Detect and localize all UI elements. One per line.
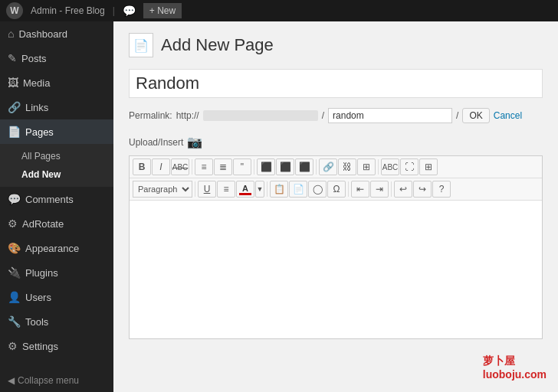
link-button[interactable]: 🔗 [319, 158, 337, 175]
special-char-button[interactable]: Ω [327, 181, 346, 198]
sidebar-item-comments[interactable]: 💬 Comments [0, 187, 113, 211]
watermark-text1: 萝卜屋 [483, 354, 547, 368]
sidebar-item-label: Settings [22, 341, 58, 352]
toolbar-row-1: B I ABC ≡ ≣ " ⬛ ⬛ ⬛ 🔗 ⛓ ⊞ ABC ⛶ ⊞ [130, 156, 542, 178]
sidebar-item-label: Users [25, 292, 51, 303]
remove-formatting-button[interactable]: ◯ [308, 181, 327, 198]
permalink-url-prefix: http:// [176, 110, 199, 121]
blockquote-button[interactable]: " [233, 158, 251, 175]
sidebar-item-label: Appearance [25, 243, 79, 254]
paste-word-button[interactable]: 📄 [289, 181, 307, 198]
sidebar-item-label: Links [25, 102, 48, 113]
sidebar-item-label: AdRotate [22, 218, 64, 230]
italic-button[interactable]: I [152, 158, 170, 175]
sidebar-item-pages[interactable]: 📄 Pages [0, 119, 113, 144]
unlink-button[interactable]: ⛓ [338, 158, 356, 175]
permalink-cancel-link[interactable]: Cancel [494, 110, 522, 121]
watermark-text2: luoboju.com [483, 368, 547, 381]
sidebar-item-dashboard[interactable]: ⌂ Dashboard [0, 21, 113, 46]
align-right-button[interactable]: ⬛ [295, 158, 313, 175]
collapse-menu-button[interactable]: ◀ Collapse menu [0, 369, 113, 392]
fullscreen-button[interactable]: ⛶ [400, 158, 419, 175]
outdent-button[interactable]: ⇤ [351, 181, 369, 198]
separator: | [113, 5, 115, 16]
new-button[interactable]: + New [143, 3, 182, 18]
ordered-list-button[interactable]: ≣ [214, 158, 232, 175]
upload-insert-area: Upload/Insert 📷 [129, 135, 543, 149]
sidebar-item-label: Tools [25, 316, 48, 328]
links-icon: 🔗 [8, 101, 21, 113]
toolbar-separator-7 [348, 181, 349, 197]
insert-readmore-button[interactable]: ⊞ [357, 158, 376, 175]
tools-icon: 🔧 [8, 315, 21, 328]
toolbar-sep-arrow[interactable]: ▼ [255, 181, 264, 198]
adrotate-icon: ⚙ [8, 217, 18, 230]
sidebar-item-plugins[interactable]: 🔌 Plugins [0, 260, 113, 285]
underline-button[interactable]: U [198, 181, 216, 198]
permalink-base-url [203, 110, 318, 121]
sidebar-item-label: Pages [25, 126, 54, 138]
help-button[interactable]: ? [432, 181, 451, 198]
comments-icon: 💬 [8, 193, 21, 205]
upload-icon-button[interactable]: 📷 [187, 135, 202, 149]
toolbar-separator-6 [267, 181, 268, 197]
strikethrough-button[interactable]: ABC [171, 158, 189, 175]
page-heading: Add New Page [161, 35, 274, 55]
media-icon: 🖼 [8, 77, 18, 89]
collapse-arrow-icon: ◀ [8, 375, 15, 386]
settings-icon: ⚙ [8, 340, 18, 352]
font-color-button[interactable]: A [236, 181, 254, 198]
sidebar-sub-add-new[interactable]: Add New [0, 165, 113, 184]
redo-button[interactable]: ↪ [413, 181, 432, 198]
toolbar-row-2: Paragraph U ≡ A ▼ 📋 📄 ◯ Ω ⇤ ⇥ ↩ [130, 178, 542, 201]
sidebar-item-posts[interactable]: ✎ Posts [0, 46, 113, 70]
paste-text-button[interactable]: 📋 [270, 181, 288, 198]
toolbar-separator-4 [378, 159, 379, 175]
upload-insert-label: Upload/Insert [129, 137, 183, 148]
layout: ⌂ Dashboard ✎ Posts 🖼 Media 🔗 Links 📄 Pa… [0, 21, 558, 392]
permalink-bar: Permalink: http:// / / OK Cancel [129, 104, 543, 127]
editor-area[interactable] [130, 201, 542, 338]
sidebar-sub-all-pages[interactable]: All Pages [0, 147, 113, 165]
post-title-input[interactable] [129, 69, 543, 98]
sidebar-item-media[interactable]: 🖼 Media [0, 70, 113, 95]
undo-button[interactable]: ↩ [394, 181, 412, 198]
sidebar-item-settings[interactable]: ⚙ Settings [0, 334, 113, 358]
sidebar-item-appearance[interactable]: 🎨 Appearance [0, 236, 113, 260]
sidebar-item-adrotate[interactable]: ⚙ AdRotate [0, 211, 113, 236]
unordered-list-button[interactable]: ≡ [195, 158, 213, 175]
users-icon: 👤 [8, 291, 21, 303]
permalink-ok-button[interactable]: OK [462, 108, 489, 123]
sidebar: ⌂ Dashboard ✎ Posts 🖼 Media 🔗 Links 📄 Pa… [0, 21, 113, 392]
sidebar-item-label: Dashboard [18, 28, 67, 40]
sidebar-item-tools[interactable]: 🔧 Tools [0, 309, 113, 334]
permalink-slash2: / [456, 110, 458, 121]
indent-button[interactable]: ⇥ [370, 181, 389, 198]
permalink-slug-input[interactable] [328, 108, 452, 123]
page-doc-icon: 📄 [129, 33, 153, 57]
bold-button[interactable]: B [133, 158, 151, 175]
toolbar-separator-3 [316, 159, 317, 175]
sidebar-item-label: Comments [25, 194, 74, 205]
show-hide-kitchen-sink-button[interactable]: ⊞ [419, 158, 438, 175]
site-name: Admin - Free Blog [31, 5, 105, 16]
posts-icon: ✎ [8, 52, 17, 64]
comment-icon[interactable]: 💬 [123, 5, 136, 17]
sidebar-item-users[interactable]: 👤 Users [0, 285, 113, 309]
justify-button[interactable]: ≡ [217, 181, 235, 198]
sidebar-item-links[interactable]: 🔗 Links [0, 95, 113, 119]
spellcheck-button[interactable]: ABC [381, 158, 399, 175]
permalink-label: Permalink: [129, 110, 172, 121]
pages-icon: 📄 [8, 126, 21, 138]
plugins-icon: 🔌 [8, 266, 21, 279]
main-content: 📄 Add New Page Permalink: http:// / / OK… [113, 21, 558, 392]
top-bar: W Admin - Free Blog | 💬 + New [0, 0, 558, 21]
toolbar-separator-5 [195, 181, 195, 197]
watermark: 萝卜屋 luoboju.com [483, 354, 547, 381]
collapse-menu-label: Collapse menu [18, 375, 79, 386]
align-left-button[interactable]: ⬛ [257, 158, 275, 175]
toolbar-separator-2 [254, 159, 254, 175]
format-select[interactable]: Paragraph [133, 181, 192, 198]
align-center-button[interactable]: ⬛ [276, 158, 294, 175]
toolbar-separator [192, 159, 192, 175]
